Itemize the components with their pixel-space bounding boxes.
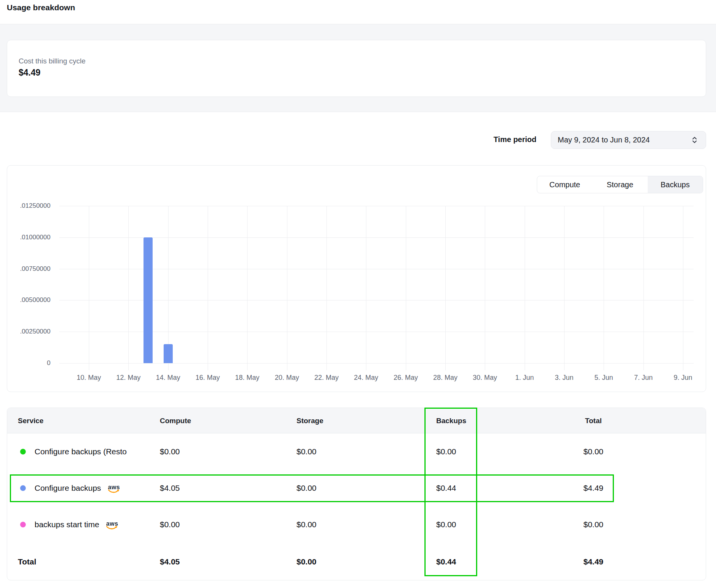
x-axis-tick: 22. May xyxy=(307,374,346,382)
service-label: backups start time xyxy=(35,520,99,529)
x-gridline xyxy=(683,206,683,370)
header-compute: Compute xyxy=(160,408,191,433)
x-axis-tick: 30. May xyxy=(465,374,505,382)
backups-usage-chart: .01250000.01000000.00750000.00500000.002… xyxy=(7,166,706,392)
time-period-value: May 9, 2024 to Jun 8, 2024 xyxy=(558,131,650,149)
series-dot-blue xyxy=(20,485,26,491)
aws-logo-icon: aws xyxy=(106,521,118,530)
header-backups: Backups xyxy=(436,408,466,433)
select-updown-chevron-icon xyxy=(691,136,698,145)
y-gridline xyxy=(59,332,694,332)
header-total: Total xyxy=(517,408,669,433)
service-name: backups start time aws xyxy=(35,519,118,530)
x-gridline xyxy=(247,206,248,370)
time-period-label: Time period xyxy=(494,135,536,144)
x-axis-tick: 14. May xyxy=(148,374,188,382)
x-gridline xyxy=(643,206,644,370)
aws-logo-icon: aws xyxy=(108,484,120,493)
x-gridline xyxy=(287,206,287,370)
table-row: Configure backups (Resto $0.00 $0.00 $0.… xyxy=(7,433,706,470)
y-gridline xyxy=(59,363,694,364)
billing-cycle-amount: $4.49 xyxy=(19,68,41,78)
x-gridline xyxy=(445,206,446,370)
chart-bar[interactable] xyxy=(144,237,153,363)
y-axis-tick: .00750000 xyxy=(7,265,50,273)
page-title: Usage breakdown xyxy=(7,3,75,12)
usage-table-card: Service Compute Storage Backups Total Co… xyxy=(7,408,706,580)
x-axis-tick: 18. May xyxy=(227,374,267,382)
total-value: $0.00 xyxy=(517,520,669,529)
x-axis-tick: 24. May xyxy=(346,374,386,382)
table-header-row: Service Compute Storage Backups Total xyxy=(7,408,706,433)
x-gridline xyxy=(326,206,327,370)
table-total-row: Total $4.05 $0.00 $0.44 $4.49 xyxy=(7,543,706,580)
series-dot-green xyxy=(20,449,26,455)
y-axis-tick: 0 xyxy=(7,359,50,367)
storage-value: $0.00 xyxy=(296,520,317,529)
grand-total-value: $4.49 xyxy=(517,557,669,566)
y-axis-tick: .01000000 xyxy=(7,234,50,241)
x-gridline xyxy=(366,206,366,370)
total-value: $0.00 xyxy=(517,447,669,456)
x-axis-tick: 10. May xyxy=(69,374,109,382)
x-axis-tick: 3. Jun xyxy=(544,374,584,382)
x-axis-tick: 7. Jun xyxy=(624,374,663,382)
storage-value: $0.00 xyxy=(296,447,317,456)
x-gridline xyxy=(89,206,89,370)
y-axis-tick: .00500000 xyxy=(7,296,50,304)
x-gridline xyxy=(128,206,129,370)
y-gridline xyxy=(59,237,694,238)
series-dot-pink xyxy=(20,522,26,527)
x-axis-tick: 1. Jun xyxy=(505,374,544,382)
total-storage-value: $0.00 xyxy=(296,557,317,566)
x-axis-tick: 28. May xyxy=(426,374,465,382)
table-row: backups start time aws $0.00 $0.00 $0.00… xyxy=(7,506,706,543)
compute-value: $0.00 xyxy=(160,520,180,529)
total-compute-value: $4.05 xyxy=(160,557,180,566)
service-label: Configure backups (Resto xyxy=(35,447,127,456)
usage-chart-card: Compute Storage Backups .01250000.010000… xyxy=(7,165,706,392)
backups-value: $0.00 xyxy=(436,447,456,456)
header-storage: Storage xyxy=(296,408,323,433)
storage-value: $0.00 xyxy=(296,484,317,493)
x-axis-tick: 9. Jun xyxy=(663,374,703,382)
x-axis-tick: 12. May xyxy=(109,374,148,382)
x-axis-tick: 16. May xyxy=(188,374,227,382)
x-axis-tick: 5. Jun xyxy=(584,374,623,382)
y-gridline xyxy=(59,206,694,206)
x-gridline xyxy=(604,206,604,370)
header-service: Service xyxy=(18,408,44,433)
x-gridline xyxy=(564,206,565,370)
billing-summary-section: Cost this billing cycle $4.49 xyxy=(0,24,716,112)
y-gridline xyxy=(59,300,694,300)
compute-value: $0.00 xyxy=(160,447,180,456)
x-gridline xyxy=(485,206,485,370)
billing-summary-card: Cost this billing cycle $4.49 xyxy=(7,40,706,97)
service-name: Configure backups (Resto xyxy=(35,447,127,456)
total-backups-value: $0.44 xyxy=(436,557,456,566)
chart-bar[interactable] xyxy=(164,344,173,363)
y-gridline xyxy=(59,269,694,269)
billing-cycle-label: Cost this billing cycle xyxy=(19,57,85,65)
service-name: Configure backups aws xyxy=(35,483,120,493)
total-value: $4.49 xyxy=(517,484,669,493)
backups-value: $0.00 xyxy=(436,520,456,529)
x-axis-tick: 20. May xyxy=(267,374,307,382)
compute-value: $4.05 xyxy=(160,484,180,493)
x-gridline xyxy=(525,206,525,370)
table-row: Configure backups aws $4.05 $0.00 $0.44 … xyxy=(7,470,706,506)
total-row-label: Total xyxy=(18,557,36,566)
y-axis-tick: .01250000 xyxy=(7,202,50,210)
y-axis-tick: .00250000 xyxy=(7,328,50,335)
backups-value: $0.44 xyxy=(436,484,456,493)
time-period-select[interactable]: May 9, 2024 to Jun 8, 2024 xyxy=(551,131,706,149)
x-gridline xyxy=(406,206,406,370)
service-label: Configure backups xyxy=(35,484,101,493)
x-axis-tick: 26. May xyxy=(386,374,426,382)
x-gridline xyxy=(208,206,208,370)
